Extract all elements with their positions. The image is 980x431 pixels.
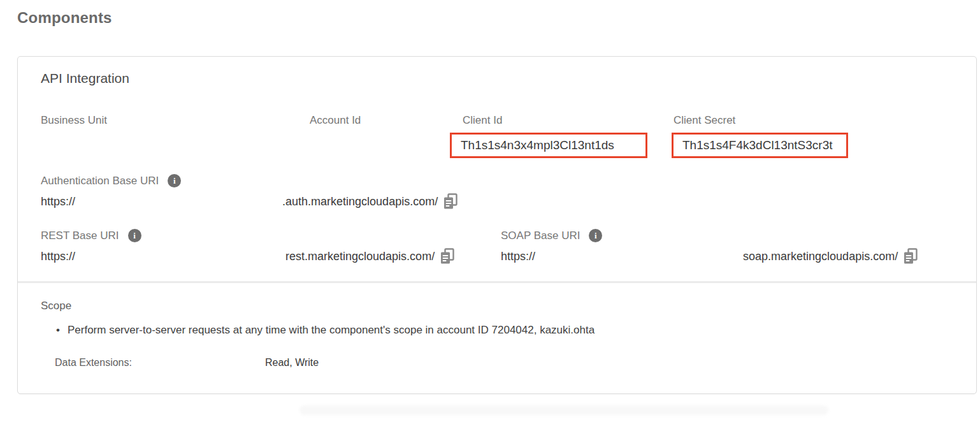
rest-base-uri-label: REST Base URI bbox=[41, 230, 119, 242]
section-divider bbox=[18, 281, 976, 283]
business-unit-label: Business Unit bbox=[41, 114, 107, 127]
rest-base-uri-label-row: REST Base URI i bbox=[41, 229, 141, 242]
info-icon[interactable]: i bbox=[128, 229, 141, 242]
rest-base-uri-value: https:// rest.marketingcloudapis.com/ bbox=[41, 248, 455, 265]
copy-icon[interactable] bbox=[440, 248, 455, 265]
redacted-subdomain bbox=[75, 196, 282, 207]
auth-base-uri-label-row: Authentication Base URI i bbox=[41, 174, 181, 187]
rest-uri-scheme: https:// bbox=[41, 250, 75, 263]
soap-base-uri-value: https:// soap.marketingcloudapis.com/ bbox=[501, 248, 918, 265]
rest-uri-suffix: rest.marketingcloudapis.com/ bbox=[285, 250, 435, 263]
copy-icon[interactable] bbox=[903, 248, 918, 265]
redacted-subdomain bbox=[535, 251, 743, 262]
data-extensions-label: Data Extensions: bbox=[55, 357, 132, 369]
redacted-subdomain bbox=[75, 251, 285, 262]
client-id-highlight-box: Th1s1s4n3x4mpl3Cl13nt1ds bbox=[450, 133, 647, 158]
redacted-bottom-bar bbox=[299, 405, 828, 415]
auth-uri-scheme: https:// bbox=[41, 195, 75, 208]
auth-base-uri-label: Authentication Base URI bbox=[41, 175, 159, 187]
soap-base-uri-label: SOAP Base URI bbox=[501, 230, 580, 242]
client-secret-highlight-box: Th1s1s4F4k3dCl13ntS3cr3t bbox=[672, 133, 848, 158]
client-id-value: Th1s1s4n3x4mpl3Cl13nt1ds bbox=[461, 138, 614, 152]
scope-bullet-item: Perform server-to-server requests at any… bbox=[56, 324, 594, 337]
client-secret-label: Client Secret bbox=[674, 114, 735, 127]
card-title: API Integration bbox=[41, 71, 129, 86]
soap-uri-scheme: https:// bbox=[501, 250, 535, 263]
scope-title: Scope bbox=[41, 300, 71, 312]
auth-base-uri-value: https:// .auth.marketingcloudapis.com/ bbox=[41, 193, 458, 210]
account-id-label: Account Id bbox=[310, 114, 361, 127]
info-icon[interactable]: i bbox=[168, 174, 181, 187]
page-title: Components bbox=[17, 9, 112, 27]
soap-uri-suffix: soap.marketingcloudapis.com/ bbox=[743, 250, 898, 263]
auth-uri-suffix: .auth.marketingcloudapis.com/ bbox=[282, 195, 438, 208]
soap-base-uri-label-row: SOAP Base URI i bbox=[501, 229, 602, 242]
data-extensions-value: Read, Write bbox=[265, 357, 319, 369]
client-secret-value: Th1s1s4F4k3dCl13ntS3cr3t bbox=[682, 138, 833, 152]
api-integration-card: API Integration Business Unit Account Id… bbox=[17, 56, 977, 394]
components-page: Components API Integration Business Unit… bbox=[0, 0, 980, 431]
info-icon[interactable]: i bbox=[589, 229, 602, 242]
copy-icon[interactable] bbox=[443, 193, 458, 210]
client-id-label: Client Id bbox=[463, 114, 502, 127]
